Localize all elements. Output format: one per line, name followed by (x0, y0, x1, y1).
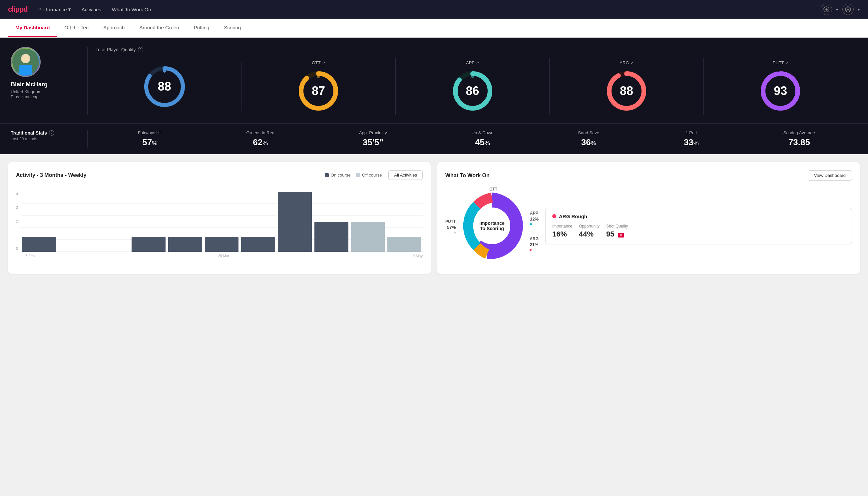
tab-my-dashboard[interactable]: My Dashboard (8, 19, 57, 37)
activity-card-header: Activity - 3 Months - Weekly On course O… (16, 170, 423, 180)
shot-quality-stat: Shot Quality 95 ▼ (606, 224, 628, 238)
info-stats: Importance 16% Opportunity 44% Shot Qual… (552, 224, 845, 238)
ott-score-card: OTT ↗ 87 (241, 58, 395, 115)
bars-container (21, 192, 423, 252)
secondary-nav: My Dashboard Off the Tee Approach Around… (0, 19, 868, 37)
bar-group-1 (22, 237, 56, 252)
stats-bar: Traditional Stats ? Last 20 rounds Fairw… (0, 123, 868, 154)
bar-group-7 (241, 237, 275, 252)
stat-gir: Greens In Reg 62% (246, 130, 274, 148)
svg-point-24 (474, 207, 510, 244)
svg-point-14 (317, 75, 320, 78)
on-course-dot (325, 173, 329, 177)
svg-point-20 (639, 81, 642, 84)
opportunity-stat: Opportunity 44% (579, 224, 600, 238)
tab-around-the-green[interactable]: Around the Green (132, 19, 186, 37)
total-score-card: 88 (88, 62, 241, 111)
y-label-0: 0 (16, 247, 18, 250)
total-ring: 88 (143, 65, 186, 108)
what-to-work-on-card: What To Work On View Dashboard PUTT 57% … (437, 162, 860, 274)
x-axis: 7 Feb 28 Mar 9 May (16, 254, 423, 258)
ott-trend-icon: ↗ (322, 61, 325, 65)
bar-on-1 (22, 237, 56, 252)
off-course-dot (356, 173, 360, 177)
hero-section: Blair McHarg United Kingdom Plus Handica… (0, 37, 868, 123)
player-country: United Kingdom (11, 89, 42, 94)
bar-on-4 (131, 237, 165, 252)
tab-scoring[interactable]: Scoring (217, 19, 248, 37)
pink-indicator-dot (552, 214, 556, 218)
nav-right: ▾ ▾ (821, 4, 860, 15)
ott-ring: 87 (297, 69, 340, 113)
bar-group-11 (388, 237, 421, 252)
donut-section: PUTT 57% OTT 10% (445, 186, 852, 266)
putt-label: PUTT ↗ (773, 60, 788, 65)
stat-sandsave: Sand Save 36% (578, 130, 599, 148)
view-dashboard-button[interactable]: View Dashboard (808, 170, 852, 181)
bar-off-11 (388, 237, 421, 252)
nav-activities[interactable]: Activities (82, 7, 101, 12)
y-label-3: 3 (16, 205, 18, 210)
arg-score-value: 88 (620, 84, 633, 98)
all-activities-button[interactable]: All Activities (388, 170, 423, 180)
putt-ring: 93 (759, 69, 802, 113)
stats-sublabel: Last 20 rounds (11, 137, 79, 141)
y-label-2: 2 (16, 219, 18, 223)
bar-group-9 (314, 222, 348, 252)
nav-what-to-work-on[interactable]: What To Work On (112, 7, 151, 12)
app-ring: 86 (451, 69, 494, 113)
tab-off-the-tee[interactable]: Off the Tee (57, 19, 96, 37)
tab-putting[interactable]: Putting (187, 19, 217, 37)
stat-proximity: App. Proximity 35'5" (359, 130, 387, 148)
add-button[interactable] (821, 4, 832, 15)
stat-fairways: Fairways Hit 57% (138, 130, 162, 148)
activity-card: Activity - 3 Months - Weekly On course O… (8, 162, 431, 274)
legend-off-course: Off course (356, 173, 382, 177)
player-name: Blair McHarg (11, 81, 48, 88)
traditional-stats-help-icon[interactable]: ? (49, 130, 54, 136)
stat-scoring-average: Scoring Average 73.85 (784, 130, 815, 148)
total-pq-help-icon[interactable]: ? (138, 47, 143, 52)
user-profile-button[interactable] (842, 4, 854, 15)
bar-group-4 (131, 237, 165, 252)
svg-point-11 (163, 69, 166, 73)
donut-svg (459, 192, 525, 259)
x-label-may: 9 May (413, 254, 423, 258)
donut-chart-area: PUTT 57% OTT 10% (445, 186, 539, 266)
putt-trend-icon: ↗ (785, 61, 788, 65)
stats-grid: Fairways Hit 57% Greens In Reg 62% App. … (87, 130, 857, 148)
bar-group-10 (351, 222, 385, 252)
player-info: Blair McHarg United Kingdom Plus Handica… (11, 47, 87, 99)
stat-updown: Up & Down 45% (472, 130, 494, 148)
work-card-header: What To Work On View Dashboard (445, 170, 852, 181)
bar-group-8 (278, 192, 312, 252)
total-pq-label: Total Player Quality ? (88, 47, 857, 52)
arg-donut-label: ARG 21% (530, 235, 539, 251)
logo[interactable]: clippd (8, 5, 28, 14)
bar-on-5 (168, 237, 202, 252)
ott-score-value: 87 (312, 84, 325, 98)
bar-on-9 (314, 222, 348, 252)
putt-donut-label: PUTT 57% (445, 218, 456, 233)
stats-left: Traditional Stats ? Last 20 rounds (11, 130, 87, 141)
donut-wrapper: PUTT 57% OTT 10% (445, 186, 539, 266)
avatar (11, 47, 41, 77)
app-score-card: APP ↗ 86 (396, 58, 550, 115)
putt-score-card: PUTT ↗ 93 (704, 58, 857, 115)
arg-label: ARG ↗ (619, 60, 633, 65)
bar-mixed-10 (351, 222, 385, 252)
total-score-value: 88 (158, 80, 171, 94)
score-rings: 88 OTT ↗ 87 (88, 58, 857, 115)
tab-approach[interactable]: Approach (96, 19, 132, 37)
svg-point-8 (22, 55, 29, 63)
ott-label: OTT ↗ (312, 60, 325, 65)
arg-score-card: ARG ↗ 88 (550, 58, 704, 115)
x-label-mar: 28 Mar (218, 254, 229, 258)
traditional-stats-label: Traditional Stats ? (11, 130, 79, 136)
bar-on-7 (241, 237, 275, 252)
app-label: APP ↗ (466, 60, 479, 65)
stat-oneputt: 1 Putt 33% (684, 130, 699, 148)
bar-on-8 (278, 192, 312, 252)
putt-dot (454, 232, 456, 233)
nav-performance[interactable]: Performance ▾ (38, 6, 71, 12)
